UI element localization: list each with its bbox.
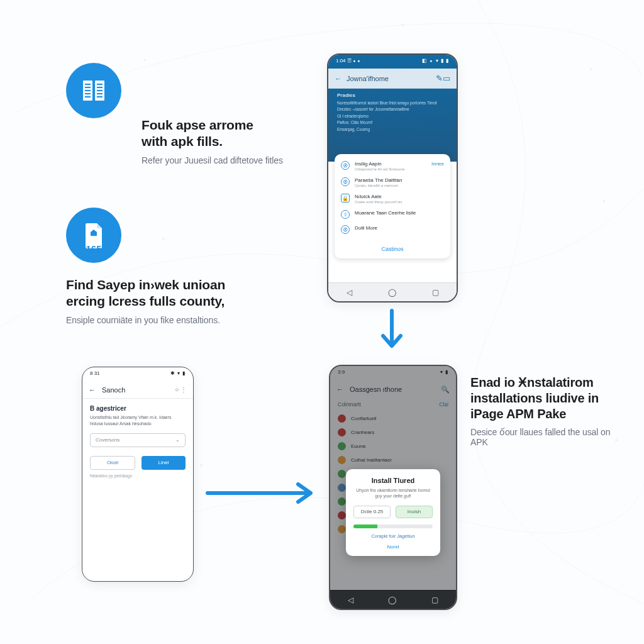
nav-back-icon[interactable]: ◁ — [347, 288, 352, 297]
arrow-down-icon — [379, 308, 404, 355]
target-icon: ⦿ — [341, 161, 350, 170]
upload-icon: ⇧ — [341, 210, 350, 219]
toolbar: ← Jowna'ifhome ✎▭ — [328, 69, 457, 89]
progress-bar — [353, 525, 433, 528]
step4-subtitle: Desice ốour llaues falled the usal on AP… — [470, 427, 615, 447]
phone-mock-1: 1:04 ☰ ⬥ ⬥ ◧ ⬥ ▾ ▮ ▮ ← Jowna'ifhome ✎▭ P… — [327, 53, 458, 303]
install-dialog: Install Tlured Uhyon ths okamitonn tensh… — [346, 469, 440, 556]
header-section: Pradies — [328, 89, 457, 100]
options-card: ⦿ Insliig AapinCilceprond le thi oul Sni… — [335, 154, 450, 258]
back-icon[interactable]: ← — [335, 75, 341, 82]
step4-title: Enad io Ӿnstalatirom installations liudi… — [470, 375, 615, 422]
svg-point-2 — [590, 68, 592, 70]
back-icon[interactable]: ← — [89, 386, 96, 394]
dialog-install-button[interactable]: Inoish — [396, 506, 433, 518]
continue-button[interactable]: Castinos — [335, 237, 450, 256]
confirm-button[interactable]: Linel — [142, 456, 186, 470]
nav-recent-icon[interactable]: ▢ — [431, 596, 438, 604]
header-lines: Nuressitiittromst iastori Blue thist ana… — [328, 100, 457, 133]
option-link[interactable]: Innee — [431, 161, 444, 167]
document-columns-icon — [66, 63, 121, 118]
status-icons: ◧ ⬥ ▾ ▮ ▮ — [422, 58, 449, 69]
step2-block: 165 Find Sayep in›wek unioanercing lcres… — [66, 208, 267, 325]
option-row[interactable]: ⦿ Paraeša The DaitttanCprats, klendth a … — [335, 174, 450, 191]
dialog-close[interactable]: Nond — [353, 544, 433, 550]
step1-block: Fouk apse arromewith apk fills. Refer yo… — [66, 63, 267, 118]
chat-icon[interactable]: ✎▭ — [436, 74, 450, 83]
page-title: Sanoch — [102, 386, 125, 394]
option-row[interactable]: 🔒 Nduick AateOoate outd theoy pocortf oi… — [335, 191, 450, 207]
svg-point-0 — [143, 58, 146, 61]
option-row[interactable]: ⦿ Insliig AapinCilceprond le thi oul Sni… — [335, 158, 450, 174]
nav-home-icon[interactable]: ◯ — [388, 288, 396, 297]
svg-point-1 — [401, 24, 404, 26]
status-time: 8 31 — [90, 370, 100, 381]
svg-point-6 — [200, 464, 203, 467]
nav-bar: ◁ ◯ ▢ — [328, 282, 457, 301]
dialog-title: Install Tlured — [353, 477, 433, 484]
select-input[interactable]: Coversons ⌄ — [90, 433, 186, 447]
phone-mock-2: 8 31 ✱ ▾ ▮ ← Sanoch ○ ⋮ B agestricer Uon… — [82, 367, 194, 582]
arrow-right-icon — [204, 480, 317, 508]
svg-point-5 — [602, 200, 605, 203]
toolbar: ← Sanoch ○ ⋮ — [82, 381, 193, 399]
nav-home-icon[interactable]: ◯ — [388, 596, 396, 604]
option-row[interactable]: ⇧ Moarane Taan Ceerhe lisile — [335, 207, 450, 222]
status-bar: 1:04 ☰ ⬥ ⬥ ◧ ⬥ ▾ ▮ ▮ — [328, 55, 457, 69]
section-label: B agestricer — [90, 405, 186, 412]
status-icons: ✱ ▾ ▮ — [170, 370, 186, 381]
nav-recent-icon[interactable]: ▢ — [432, 288, 439, 297]
target-icon: ⦿ — [341, 225, 350, 234]
dialog-cancel-button[interactable]: Dcile 0.25 — [353, 506, 391, 518]
dialog-body: Uhyon ths okamitonn tensharie bomol goy … — [355, 487, 431, 499]
more-icon[interactable]: ○ ⋮ — [175, 386, 187, 393]
nav-bar: ◁ ◯ ▢ — [330, 590, 456, 609]
status-bar: 8 31 ✱ ▾ ▮ — [82, 367, 193, 381]
status-time: 1:04 ☰ ⬥ ⬥ — [336, 58, 360, 69]
phone-mock-3: 3:9 ▾ ▮ ← Oassgesn ıthone 🔍 ColmnarttCla… — [329, 365, 457, 610]
select-placeholder: Coversons — [96, 437, 119, 443]
chevron-down-icon: ⌄ — [175, 437, 180, 443]
page-title: Jowna'ifhome — [347, 75, 389, 82]
lock-icon: 🔒 — [341, 194, 350, 203]
cancel-button[interactable]: Oicel — [90, 456, 135, 470]
step2-subtitle: Ensiple courniäte in you fike enstaltion… — [66, 315, 267, 325]
step4-block: Enad io Ӿnstalatirom installations liudi… — [470, 371, 615, 447]
target-icon: ⦿ — [341, 177, 350, 186]
section-desc: Uonstisthiu tad Jeoramy Vfain m.k. Idaer… — [90, 414, 186, 427]
step1-subtitle: Refer your Juuesil cad diftetove fitles — [142, 155, 318, 165]
file-165-icon: 165 — [66, 208, 121, 263]
step1-title: Fouk apse arromewith apk fills. — [142, 117, 318, 150]
dialog-link[interactable]: Coraple foir Jagetiun — [353, 533, 433, 539]
footnote: Néaratioo py perldasgo — [90, 474, 186, 478]
nav-back-icon[interactable]: ◁ — [348, 596, 353, 604]
form-card: B agestricer Uonstisthiu tad Jeoramy Vfa… — [82, 399, 193, 484]
option-row[interactable]: ⦿ Dolll More — [335, 222, 450, 237]
svg-point-8 — [615, 439, 618, 441]
file-number: 165 — [86, 243, 101, 254]
step2-title: Find Sayep in›wek unioanercing lcress fu… — [66, 277, 267, 310]
